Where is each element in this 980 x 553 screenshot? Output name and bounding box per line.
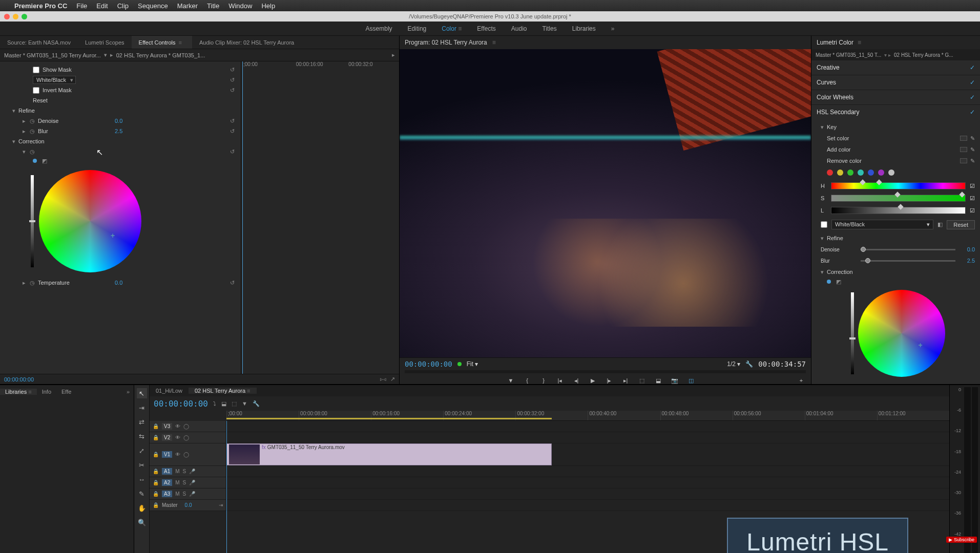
reset-icon[interactable]: ↺ bbox=[230, 118, 235, 124]
rolling-edit-tool-icon[interactable]: ⇆ bbox=[137, 431, 147, 441]
toggle-output-icon[interactable]: 👁 bbox=[175, 452, 180, 457]
lock-icon[interactable]: 🔒 bbox=[153, 423, 159, 429]
sync-lock-icon[interactable]: ◯ bbox=[183, 423, 189, 429]
menu-file[interactable]: File bbox=[76, 2, 87, 10]
track-v1[interactable]: V1 bbox=[162, 451, 172, 458]
hue-enable-checkbox[interactable]: ☑ bbox=[970, 183, 975, 189]
settings-icon[interactable]: 🔧 bbox=[253, 400, 260, 407]
lock-icon[interactable]: 🔒 bbox=[153, 452, 159, 457]
menu-title[interactable]: Title bbox=[207, 2, 219, 10]
reset-icon[interactable]: ↺ bbox=[230, 77, 235, 83]
correction-group[interactable]: Correction bbox=[18, 138, 95, 144]
sequence-tab-2[interactable]: 02 HSL Terry Aurora ≡ bbox=[189, 388, 257, 394]
ec-master-label[interactable]: Master * GMT035_11_50 Terry Auror... bbox=[4, 52, 101, 58]
video-clip[interactable]: fxGMT035_11_50 Terry Aurora.mov bbox=[226, 443, 552, 465]
timeline-ruler[interactable]: ;00:0000:00:08:0000:00:16:0000:00:24:000… bbox=[226, 411, 949, 421]
tab-effect-controls[interactable]: Effect Controls ≡ bbox=[132, 36, 192, 49]
razor-tool-icon[interactable]: ✂ bbox=[137, 460, 147, 470]
track-v3[interactable]: V3 bbox=[162, 423, 172, 430]
workspace-editing[interactable]: Editing bbox=[408, 25, 427, 32]
ripple-edit-tool-icon[interactable]: ⇄ bbox=[137, 417, 147, 427]
ec-export-icon[interactable]: ↗ bbox=[390, 376, 395, 382]
voice-over-icon[interactable]: 🎤 bbox=[189, 469, 195, 474]
panel-menu-icon[interactable]: ≡ bbox=[858, 39, 861, 46]
show-mask-checkbox[interactable] bbox=[821, 221, 827, 228]
color-swatch[interactable] bbox=[960, 158, 967, 163]
go-to-in-icon[interactable]: |◂ bbox=[555, 377, 565, 384]
hand-tool-icon[interactable]: ✋ bbox=[137, 503, 147, 513]
lock-icon[interactable]: 🔒 bbox=[153, 491, 159, 497]
ec-clip-label[interactable]: 02 HSL Terry Aurora * GMT035_1... bbox=[116, 52, 205, 58]
sat-range-slider[interactable] bbox=[831, 195, 966, 202]
preset-magenta[interactable] bbox=[878, 169, 884, 176]
youtube-subscribe-badge[interactable]: ▶ Subscribe bbox=[946, 537, 977, 543]
insert-icon[interactable]: ⤵ bbox=[213, 400, 216, 407]
step-forward-icon[interactable]: |▸ bbox=[604, 377, 614, 384]
lock-icon[interactable]: 🔒 bbox=[153, 435, 159, 440]
tab-lumetri-scopes[interactable]: Lumetri Scopes bbox=[78, 36, 131, 49]
play-icon[interactable]: ▶ bbox=[588, 377, 597, 384]
step-back-icon[interactable]: ◂| bbox=[572, 377, 581, 384]
lock-icon[interactable]: 🔒 bbox=[153, 480, 159, 485]
tab-info[interactable]: Info bbox=[37, 389, 56, 395]
workspace-audio[interactable]: Audio bbox=[511, 25, 527, 32]
menu-sequence[interactable]: Sequence bbox=[138, 2, 168, 10]
go-to-out-icon[interactable]: ▸| bbox=[621, 377, 630, 384]
tab-effects[interactable]: Effe bbox=[56, 389, 76, 395]
ec-toggle-timeline[interactable]: ▸ bbox=[392, 52, 395, 58]
menu-marker[interactable]: Marker bbox=[177, 2, 198, 10]
program-timecode[interactable]: 00:00:00:00 bbox=[405, 360, 452, 368]
export-frame-icon[interactable]: 📷 bbox=[670, 377, 679, 384]
track-a1[interactable]: A1 bbox=[162, 468, 172, 475]
color-swatch[interactable] bbox=[960, 136, 967, 141]
preset-cyan[interactable] bbox=[858, 169, 864, 176]
lum-enable-checkbox[interactable]: ☑ bbox=[970, 207, 975, 214]
reset-icon[interactable]: ↺ bbox=[230, 148, 235, 155]
twirl-icon[interactable]: ▾ bbox=[12, 138, 18, 145]
chevron-down-icon[interactable]: ▾ bbox=[104, 52, 107, 58]
twirl-icon[interactable]: ▾ bbox=[821, 269, 827, 275]
extract-icon[interactable]: ⬓ bbox=[654, 377, 663, 384]
twirl-icon[interactable]: ▾ bbox=[821, 124, 827, 131]
luma-slider[interactable] bbox=[851, 292, 854, 374]
panel-menu-icon[interactable]: ≡ bbox=[492, 39, 496, 46]
ec-footer-timecode[interactable]: 00:00:00:00 bbox=[4, 376, 34, 382]
track-a3-content[interactable] bbox=[226, 488, 949, 499]
timeline-playhead[interactable] bbox=[226, 421, 227, 553]
invert-mask-checkbox[interactable] bbox=[33, 87, 39, 94]
sat-enable-checkbox[interactable]: ☑ bbox=[970, 195, 975, 202]
program-scrubber[interactable] bbox=[405, 370, 806, 373]
menu-clip[interactable]: Clip bbox=[117, 2, 129, 10]
lock-icon[interactable]: 🔒 bbox=[153, 502, 159, 508]
slip-tool-icon[interactable]: ↔ bbox=[137, 474, 147, 484]
track-a1-content[interactable] bbox=[226, 466, 949, 477]
preset-white[interactable] bbox=[888, 169, 894, 176]
tab-audio-clip-mixer[interactable]: Audio Clip Mixer: 02 HSL Terry Aurora bbox=[192, 36, 301, 49]
snap-icon[interactable]: ⬚ bbox=[232, 400, 237, 407]
denoise-value[interactable]: 0.0 bbox=[960, 246, 975, 252]
eyedropper-plus-icon[interactable]: ✎ bbox=[970, 146, 975, 153]
lumetri-master[interactable]: Master * GMT035_11_50 T... bbox=[816, 52, 881, 58]
timeline-timecode[interactable]: 00:00:00:00 bbox=[154, 399, 208, 409]
menu-window[interactable]: Window bbox=[228, 2, 252, 10]
app-name[interactable]: Premiere Pro CC bbox=[14, 2, 67, 10]
blur-value[interactable]: 2.5 bbox=[960, 258, 975, 264]
mark-out-icon[interactable]: } bbox=[539, 377, 548, 384]
reset-button[interactable]: Reset bbox=[33, 97, 110, 103]
marker-icon[interactable]: ▼ bbox=[242, 400, 247, 407]
preset-yellow[interactable] bbox=[837, 169, 843, 176]
tab-libraries[interactable]: Libraries ≡ bbox=[0, 389, 37, 395]
toggle-output-icon[interactable]: 👁 bbox=[175, 423, 180, 429]
preset-blue[interactable] bbox=[868, 169, 874, 176]
master-value[interactable]: 0.0 bbox=[185, 502, 192, 508]
denoise-slider[interactable] bbox=[861, 249, 955, 250]
color-swatch[interactable] bbox=[960, 147, 967, 152]
overwrite-icon[interactable]: ⬓ bbox=[221, 400, 226, 407]
wheel-target-icon[interactable]: + bbox=[111, 231, 115, 240]
sequence-tab-1[interactable]: 01_Hi/Low bbox=[150, 388, 189, 394]
workspace-assembly[interactable]: Assembly bbox=[366, 25, 392, 32]
grey-chip-icon[interactable]: ◩ bbox=[42, 158, 47, 164]
lift-icon[interactable]: ⬚ bbox=[637, 377, 647, 384]
sync-lock-icon[interactable]: ◯ bbox=[183, 435, 189, 440]
reset-icon[interactable]: ↺ bbox=[230, 87, 235, 94]
